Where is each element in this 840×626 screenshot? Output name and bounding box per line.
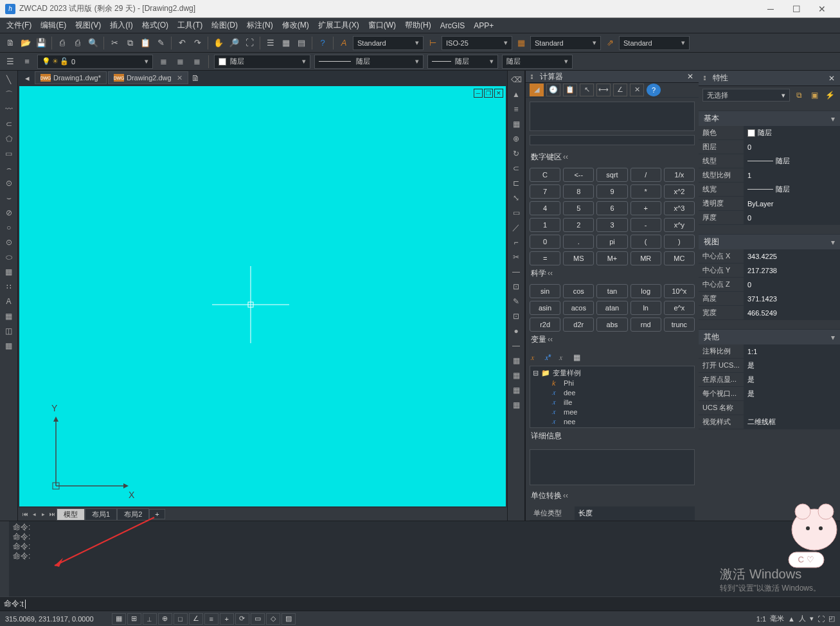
menu-item-6[interactable]: 绘图(D) <box>208 19 242 32</box>
var-tree[interactable]: ⊟📁变量样例 kPhi𝑥dee𝑥ille𝑥mee𝑥nee𝑥rad <box>530 366 695 428</box>
calc-btn-pi[interactable]: pi <box>596 235 627 249</box>
calc-btn-[interactable]: / <box>630 168 661 182</box>
prop-height-value[interactable]: 371.1423 <box>744 292 840 305</box>
align-modify-icon[interactable]: ⊡ <box>510 280 523 293</box>
calc-sci-atan[interactable]: atan <box>596 301 627 315</box>
calc-numpad-header[interactable]: 数字键区‹‹ <box>531 152 693 163</box>
array-modify-icon[interactable]: ▦ <box>510 118 523 130</box>
linetype-combo[interactable]: 随层▾ <box>314 55 424 69</box>
menu-item-4[interactable]: 格式(O) <box>138 19 172 32</box>
explode-modify-icon[interactable]: — <box>510 265 523 278</box>
status-clean-icon[interactable]: ◰ <box>828 614 835 623</box>
erase-modify-icon[interactable]: ⌫ <box>510 73 523 86</box>
prop-ucs-value[interactable]: 是 <box>744 359 840 372</box>
scale-modify-icon[interactable]: ⊂ <box>510 162 523 175</box>
prop-cz-value[interactable]: 0 <box>744 278 840 291</box>
prop-ltype-value[interactable]: 随层 <box>744 154 840 168</box>
ortho-toggle[interactable]: ⟂ <box>143 613 157 625</box>
var-edit-icon[interactable]: 𝑥* <box>545 353 555 363</box>
lineweight-combo[interactable]: 随层▾ <box>427 55 498 69</box>
calc-sci-sin[interactable]: sin <box>530 284 560 298</box>
grid-toggle[interactable]: ⊞ <box>127 613 141 625</box>
dim-style-icon[interactable]: ⊢ <box>426 37 439 49</box>
zoom-icon[interactable]: 🔎 <box>228 37 240 49</box>
dyn-toggle[interactable]: + <box>220 613 234 625</box>
layer-state-icon[interactable]: ≡ <box>21 55 33 68</box>
move-modify-icon[interactable]: ⊕ <box>510 132 523 145</box>
donut-tool-icon[interactable]: ⊘ <box>3 206 15 219</box>
props-cat-other[interactable]: 其他▾ <box>699 329 840 344</box>
var-item[interactable]: 𝑥nee <box>532 416 693 426</box>
layer-tool1-icon[interactable]: ≣ <box>157 55 170 68</box>
calc-pick-icon[interactable]: ↖ <box>580 84 594 96</box>
circle-tool-icon[interactable]: ⊙ <box>3 177 15 190</box>
maximize-button[interactable]: ☐ <box>783 1 809 17</box>
layer-combo[interactable]: 💡 ☀ 🔓 0 ▾ <box>37 55 153 69</box>
plot-icon[interactable]: ⎙ <box>56 37 69 49</box>
arc-tool-icon[interactable]: ⌒ <box>3 88 15 101</box>
calc-sci-asin[interactable]: asin <box>530 301 560 315</box>
menu-item-11[interactable]: 帮助(H) <box>401 19 435 32</box>
var-new-icon[interactable]: 𝑥 <box>531 353 541 363</box>
pan-icon[interactable]: ✋ <box>212 37 225 49</box>
calc-sci-ex[interactable]: e^x <box>664 301 695 315</box>
open-icon[interactable]: 📂 <box>19 37 32 49</box>
menu-item-7[interactable]: 标注(N) <box>243 19 277 32</box>
save-icon[interactable]: 💾 <box>35 37 48 49</box>
layer-props-icon[interactable]: ☰ <box>4 55 17 68</box>
chamfer-modify-icon[interactable]: ⌐ <box>510 236 523 249</box>
doc-tab-2[interactable]: DWGDrawing2.dwg✕ <box>108 71 188 84</box>
group2-modify-icon[interactable]: ▦ <box>510 369 523 382</box>
menu-item-1[interactable]: 编辑(E) <box>37 19 70 32</box>
layout-nav-first-icon[interactable]: ⏮ <box>21 509 30 519</box>
color-combo[interactable]: 随层▾ <box>214 55 310 69</box>
calc-btn-[interactable]: . <box>563 235 594 249</box>
calc-sci-10x[interactable]: 10^x <box>664 284 695 298</box>
revcloud-tool-icon[interactable]: ⌣ <box>3 192 15 204</box>
text-tool-icon[interactable]: A <box>3 295 15 308</box>
preview-icon[interactable]: 🔍 <box>87 37 100 49</box>
canvas-close-icon[interactable]: ✕ <box>494 89 503 98</box>
dim-style-combo[interactable]: ISO-25▾ <box>442 36 512 50</box>
calc-btn-x3[interactable]: x^3 <box>664 201 695 215</box>
calc-paste-icon[interactable]: 📋 <box>563 84 577 96</box>
calc-btn-8[interactable]: 8 <box>563 184 594 199</box>
prop-lweight-value[interactable]: 随层 <box>744 183 840 196</box>
undo-icon[interactable]: ↶ <box>175 37 188 49</box>
doc-tab-1[interactable]: DWGDrawing1.dwg* <box>35 71 107 84</box>
menu-item-13[interactable]: APP+ <box>470 20 497 31</box>
calc-btn-4[interactable]: 4 <box>530 201 560 215</box>
help-icon[interactable]: ? <box>316 37 329 49</box>
status-anno-icon[interactable]: ▲ <box>788 615 795 623</box>
mirror-modify-icon[interactable]: ▲ <box>510 88 523 101</box>
extend-modify-icon[interactable]: ▭ <box>510 206 523 219</box>
table-style-icon[interactable]: ▦ <box>515 37 528 49</box>
layout-nav-next-icon[interactable]: ▸ <box>39 509 48 519</box>
select-obj-icon[interactable]: ▣ <box>808 89 821 101</box>
line-tool-icon[interactable]: ╲ <box>3 73 15 86</box>
menu-item-5[interactable]: 工具(T) <box>174 19 206 32</box>
calc-btn-x2[interactable]: x^2 <box>664 184 695 199</box>
prop-vp-value[interactable]: 是 <box>744 387 840 400</box>
close-tab-icon[interactable]: ✕ <box>177 74 183 82</box>
arc2-tool-icon[interactable]: ⌢ <box>3 162 15 175</box>
zoom-ex-icon[interactable]: ⛶ <box>243 37 256 49</box>
model-toggle[interactable]: ▭ <box>251 613 265 625</box>
prop-layer-value[interactable]: 0 <box>744 140 840 154</box>
table-tool-icon[interactable]: ▦ <box>3 310 15 323</box>
close-panel-icon[interactable]: ✕ <box>687 72 693 81</box>
otrack-toggle[interactable]: ∠ <box>189 613 203 625</box>
minimize-button[interactable]: ─ <box>758 1 783 17</box>
unit-type-value[interactable]: 长度 <box>575 506 695 520</box>
paste-icon[interactable]: 📋 <box>139 37 152 49</box>
calc-btn-[interactable]: + <box>630 201 661 215</box>
layout-tab-model[interactable]: 模型 <box>57 508 85 521</box>
calc-btn-9[interactable]: 9 <box>596 184 627 199</box>
prop-trans-value[interactable]: ByLayer <box>744 197 840 210</box>
region-tool-icon[interactable]: ◫ <box>3 325 15 337</box>
prop-cy-value[interactable]: 217.2738 <box>744 264 840 277</box>
var-item[interactable]: 𝑥ille <box>532 397 693 407</box>
text-style-icon[interactable]: A <box>337 37 350 49</box>
osnap-toggle[interactable]: □ <box>174 613 188 625</box>
panel-grip-icon[interactable] <box>531 75 536 79</box>
